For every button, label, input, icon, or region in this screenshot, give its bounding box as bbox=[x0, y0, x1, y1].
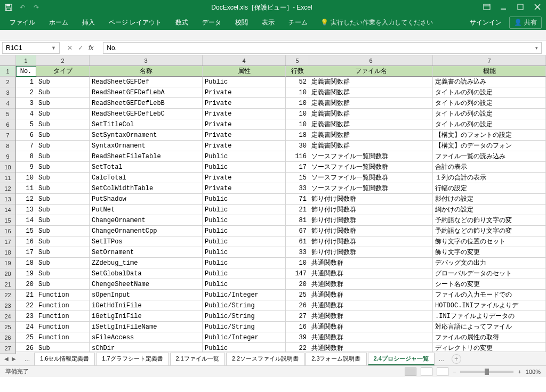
cell[interactable]: Sub bbox=[36, 162, 90, 173]
row-header[interactable]: 11 bbox=[0, 173, 15, 183]
cell[interactable]: 22 bbox=[16, 300, 36, 311]
cell[interactable]: SetITPos bbox=[90, 236, 203, 247]
cell[interactable]: sFileAccess bbox=[90, 332, 203, 343]
cell[interactable]: .INIファイルよりデータの bbox=[433, 311, 546, 322]
cell[interactable]: 24 bbox=[16, 322, 36, 332]
cell[interactable]: sChDir bbox=[90, 343, 203, 352]
cell[interactable]: Sub bbox=[36, 87, 90, 98]
cell[interactable]: Public bbox=[203, 215, 286, 226]
redo-icon[interactable]: ↷ bbox=[32, 3, 41, 12]
header-cell[interactable]: 行数 bbox=[286, 66, 309, 77]
cell[interactable]: sOpenInput bbox=[90, 290, 203, 300]
cell[interactable]: 12 bbox=[16, 194, 36, 205]
cell[interactable]: 【構文】のデータのフォン bbox=[433, 141, 546, 151]
cell[interactable]: ReadSheetGEFDefLebA bbox=[90, 87, 203, 98]
cell[interactable]: 飾り付け関数群 bbox=[309, 194, 433, 205]
cell[interactable]: 14 bbox=[16, 215, 36, 226]
cell[interactable]: 4 bbox=[16, 109, 36, 119]
cell[interactable]: Private bbox=[203, 87, 286, 98]
cell[interactable]: 15 bbox=[286, 173, 309, 183]
header-cell[interactable]: 属性 bbox=[203, 66, 286, 77]
cell[interactable]: ソースファイル一覧関数群 bbox=[309, 151, 433, 162]
cell[interactable]: Sub bbox=[36, 343, 90, 352]
cell[interactable]: 15 bbox=[16, 226, 36, 236]
cell[interactable]: ソースファイル一覧関数群 bbox=[309, 183, 433, 194]
cell[interactable]: 16 bbox=[16, 236, 36, 247]
cell[interactable]: ファイルの属性の取得 bbox=[433, 332, 546, 343]
cell[interactable]: Public/String bbox=[203, 300, 286, 311]
cell[interactable]: 10 bbox=[16, 173, 36, 183]
column-header[interactable]: 4 bbox=[203, 55, 286, 66]
cell[interactable]: Sub bbox=[36, 109, 90, 119]
tab-file[interactable]: ファイル bbox=[4, 16, 41, 29]
cell[interactable]: 共通関数群 bbox=[309, 290, 433, 300]
row-header[interactable]: 15 bbox=[0, 215, 15, 226]
cell[interactable]: ソースファイル一覧関数群 bbox=[309, 173, 433, 183]
sheet-tab[interactable]: 2.3フォーム説明書 bbox=[306, 353, 366, 365]
row-header[interactable]: 10 bbox=[0, 162, 15, 173]
cell[interactable]: Function bbox=[36, 332, 90, 343]
cell[interactable]: 共通関数群 bbox=[309, 268, 433, 279]
cell[interactable]: 7 bbox=[16, 141, 36, 151]
cell[interactable]: Private bbox=[203, 98, 286, 109]
cell[interactable]: Private bbox=[203, 130, 286, 141]
cell[interactable]: PutShadow bbox=[90, 194, 203, 205]
row-header[interactable]: 4 bbox=[0, 98, 15, 109]
cell[interactable]: 5 bbox=[16, 119, 36, 130]
cell[interactable]: Public bbox=[203, 343, 286, 352]
enter-formula-icon[interactable]: ✓ bbox=[78, 44, 83, 52]
cell[interactable]: 対応言語によってファイル bbox=[433, 322, 546, 332]
cell[interactable]: 共通関数群 bbox=[309, 279, 433, 290]
row-header[interactable]: 23 bbox=[0, 300, 15, 311]
cell[interactable]: 9 bbox=[16, 162, 36, 173]
cell[interactable]: １列の合計の表示 bbox=[433, 173, 546, 183]
column-header[interactable]: 2 bbox=[36, 55, 90, 66]
cell[interactable]: 予約語などの飾り文字の変 bbox=[433, 226, 546, 236]
cell[interactable]: ファイルの入力モードでの bbox=[433, 290, 546, 300]
cell[interactable]: SetTitleCol bbox=[90, 119, 203, 130]
page-layout-view-button[interactable] bbox=[421, 368, 432, 376]
cell[interactable]: Public bbox=[203, 279, 286, 290]
cell[interactable]: 18 bbox=[286, 130, 309, 141]
row-header[interactable]: 18 bbox=[0, 247, 15, 258]
cell[interactable]: 10 bbox=[286, 119, 309, 130]
cell[interactable]: 飾り文字の変更 bbox=[433, 247, 546, 258]
cell[interactable]: Public/Integer bbox=[203, 290, 286, 300]
tab-home[interactable]: ホーム bbox=[44, 16, 74, 29]
cell[interactable]: Public bbox=[203, 236, 286, 247]
cell[interactable]: ChengeSheetName bbox=[90, 279, 203, 290]
sheet-nav-prev-icon[interactable]: ◀ bbox=[4, 356, 9, 362]
row-header[interactable]: 2 bbox=[0, 77, 15, 87]
cell[interactable]: Public bbox=[203, 226, 286, 236]
cell[interactable]: 23 bbox=[16, 311, 36, 322]
sheet-tab[interactable]: 2.2ソースファイル説明書 bbox=[226, 353, 304, 365]
row-header[interactable]: 13 bbox=[0, 194, 15, 205]
minimize-icon[interactable] bbox=[500, 4, 508, 11]
row-header[interactable]: 21 bbox=[0, 279, 15, 290]
cell[interactable]: 18 bbox=[16, 258, 36, 268]
cell[interactable]: 定義書関数群 bbox=[309, 141, 433, 151]
cell[interactable]: Private bbox=[203, 119, 286, 130]
sheet-tab[interactable]: 1.7グラフシート定義書 bbox=[96, 353, 168, 365]
cell[interactable]: ソースファイル一覧関数群 bbox=[309, 162, 433, 173]
cell[interactable]: Public/String bbox=[203, 311, 286, 322]
cell[interactable]: Public bbox=[203, 268, 286, 279]
cell[interactable]: Sub bbox=[36, 77, 90, 87]
cell[interactable]: Sub bbox=[36, 215, 90, 226]
cell[interactable]: Public bbox=[203, 151, 286, 162]
cell[interactable]: シート名の変更 bbox=[433, 279, 546, 290]
cell[interactable]: 共通関数群 bbox=[309, 322, 433, 332]
row-header[interactable]: 26 bbox=[0, 332, 15, 343]
expand-formula-icon[interactable]: ▾ bbox=[535, 45, 538, 51]
cell[interactable]: 飾り付け関数群 bbox=[309, 205, 433, 215]
cell[interactable]: Public/String bbox=[203, 322, 286, 332]
header-cell[interactable]: No. bbox=[16, 66, 36, 77]
cell[interactable]: ReadSheetGEFDefLebC bbox=[90, 109, 203, 119]
row-header[interactable]: 20 bbox=[0, 268, 15, 279]
tab-insert[interactable]: 挿入 bbox=[77, 16, 100, 29]
cell[interactable]: Private bbox=[203, 109, 286, 119]
cell[interactable]: 81 bbox=[286, 215, 309, 226]
cell[interactable]: iGetHdIniFile bbox=[90, 300, 203, 311]
cell[interactable]: 行幅の設定 bbox=[433, 183, 546, 194]
close-icon[interactable] bbox=[534, 4, 542, 11]
